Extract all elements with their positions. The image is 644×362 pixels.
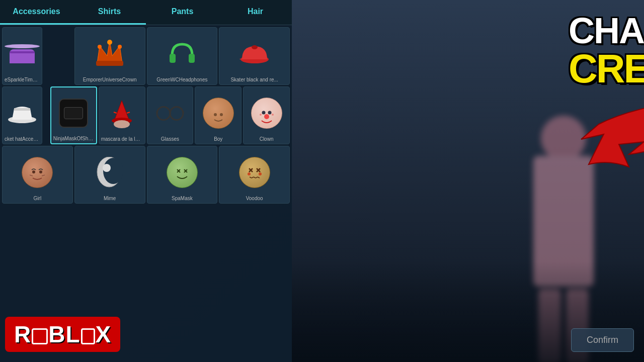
svg-line-44 bbox=[250, 177, 252, 178]
tab-accessories[interactable]: Accessories bbox=[0, 0, 73, 25]
svg-point-23 bbox=[220, 113, 223, 116]
svg-line-48 bbox=[258, 177, 260, 178]
grid-row-3: Girl Mime bbox=[2, 146, 290, 204]
confirm-button[interactable]: Confirm bbox=[571, 328, 634, 352]
tab-bar: Accessories Shirts Pants Hair bbox=[0, 0, 292, 25]
svg-line-47 bbox=[256, 177, 258, 178]
bucket-hat-icon bbox=[4, 90, 41, 136]
svg-point-16 bbox=[157, 107, 170, 120]
svg-point-25 bbox=[268, 111, 271, 114]
svg-point-17 bbox=[170, 107, 183, 120]
left-panel: Accessories Shirts Pants Hair bbox=[0, 0, 292, 362]
item-fedora[interactable]: eSparkleTimeFedora bbox=[2, 27, 42, 85]
boy-face-icon bbox=[196, 90, 240, 136]
item-label-boy: Boy bbox=[196, 136, 240, 142]
item-bucket-hat[interactable]: cket hatAccessory bbox=[2, 86, 42, 144]
svg-point-8 bbox=[252, 45, 258, 49]
item-label-mime: Mime bbox=[76, 196, 144, 201]
item-spa-mask[interactable]: SpaMask bbox=[147, 146, 218, 204]
headphones-icon bbox=[148, 31, 216, 77]
svg-point-49 bbox=[248, 172, 251, 175]
item-crown[interactable]: EmporerUniverseCrown bbox=[74, 27, 145, 85]
item-girl[interactable]: Girl bbox=[2, 146, 73, 204]
item-clown[interactable]: Clown bbox=[243, 86, 290, 144]
item-label-clown: Clown bbox=[245, 136, 288, 142]
item-label-mascara: mascara de la locura bbox=[100, 136, 144, 142]
title-overlay: CHARACTER CREATOR bbox=[564, 5, 639, 176]
item-glasses[interactable]: Glasses bbox=[147, 86, 194, 144]
mime-face-icon bbox=[76, 149, 144, 196]
mascara-icon bbox=[100, 90, 144, 136]
item-label-ninja: NinjaMaskOfShadows bbox=[52, 136, 95, 141]
svg-line-15 bbox=[127, 112, 130, 113]
svg-point-35 bbox=[103, 164, 111, 172]
grid-row-2: cket hatAccessory NinjaMaskOfShadows bbox=[2, 86, 290, 144]
svg-point-2 bbox=[107, 40, 112, 45]
main-container: Accessories Shirts Pants Hair bbox=[0, 0, 644, 362]
svg-line-46 bbox=[254, 177, 256, 178]
item-label-spa: SpaMask bbox=[148, 196, 216, 201]
title-line2: CREATOR bbox=[569, 49, 644, 89]
item-voodoo[interactable]: Voodoo bbox=[219, 146, 290, 204]
svg-point-26 bbox=[264, 114, 269, 119]
item-cap[interactable]: Skater black and re... bbox=[219, 27, 290, 85]
title-line1: CHARACTER bbox=[569, 13, 644, 49]
item-label-voodoo: Voodoo bbox=[220, 196, 288, 201]
svg-rect-6 bbox=[189, 54, 195, 63]
item-headphones[interactable]: GreenWCHeadphones bbox=[147, 27, 218, 85]
item-boy[interactable]: Boy bbox=[195, 86, 242, 144]
svg-point-27 bbox=[260, 114, 262, 116]
svg-point-50 bbox=[259, 172, 262, 175]
crown-icon bbox=[76, 31, 144, 77]
svg-rect-5 bbox=[170, 54, 176, 63]
svg-point-28 bbox=[272, 114, 274, 116]
svg-line-32 bbox=[42, 175, 45, 176]
ninja-mask-icon bbox=[52, 90, 95, 136]
voodoo-face-icon bbox=[220, 149, 288, 196]
clown-face-icon bbox=[245, 90, 288, 136]
item-label-cap: Skater black and re... bbox=[220, 77, 288, 82]
fedora-icon bbox=[4, 31, 41, 77]
glasses-icon bbox=[148, 90, 192, 136]
item-ninja-mask[interactable]: NinjaMaskOfShadows bbox=[50, 86, 97, 144]
grid-row-1: eSparkleTimeFedora bbox=[2, 27, 290, 85]
svg-point-22 bbox=[214, 113, 217, 116]
girl-face-icon bbox=[4, 149, 71, 196]
item-label-girl: Girl bbox=[4, 196, 71, 201]
item-label-fedora: eSparkleTimeFedora bbox=[4, 77, 41, 82]
item-label-bucket: cket hatAccessory bbox=[4, 136, 41, 142]
roblox-text: RBLX bbox=[14, 321, 111, 348]
svg-point-3 bbox=[98, 45, 102, 49]
svg-line-14 bbox=[114, 112, 117, 113]
item-mascara[interactable]: mascara de la locura bbox=[99, 86, 145, 144]
red-arrow-svg bbox=[579, 94, 644, 169]
tab-pants[interactable]: Pants bbox=[146, 0, 219, 25]
tab-hair[interactable]: Hair bbox=[219, 0, 292, 25]
svg-rect-1 bbox=[96, 61, 123, 66]
cap-icon bbox=[220, 31, 288, 77]
item-label-glasses: Glasses bbox=[148, 136, 192, 142]
svg-point-29 bbox=[32, 170, 35, 173]
item-label-crown: EmporerUniverseCrown bbox=[76, 77, 144, 82]
roblox-logo: RBLX bbox=[5, 317, 120, 352]
svg-point-30 bbox=[39, 170, 42, 173]
svg-point-24 bbox=[262, 111, 265, 114]
svg-line-45 bbox=[252, 177, 254, 178]
spa-mask-icon bbox=[148, 149, 216, 196]
svg-point-13 bbox=[114, 120, 130, 128]
item-mime[interactable]: Mime bbox=[74, 146, 145, 204]
item-grid: eSparkleTimeFedora bbox=[0, 25, 292, 206]
item-label-headphones: GreenWCHeadphones bbox=[148, 77, 216, 82]
svg-rect-10 bbox=[14, 108, 30, 111]
arrow-container bbox=[579, 94, 644, 171]
svg-line-31 bbox=[30, 175, 33, 176]
tab-shirts[interactable]: Shirts bbox=[73, 0, 146, 25]
right-panel: CHARACTER CREATOR bbox=[292, 0, 644, 362]
svg-point-4 bbox=[118, 45, 122, 49]
roblox-box: RBLX bbox=[5, 317, 120, 352]
